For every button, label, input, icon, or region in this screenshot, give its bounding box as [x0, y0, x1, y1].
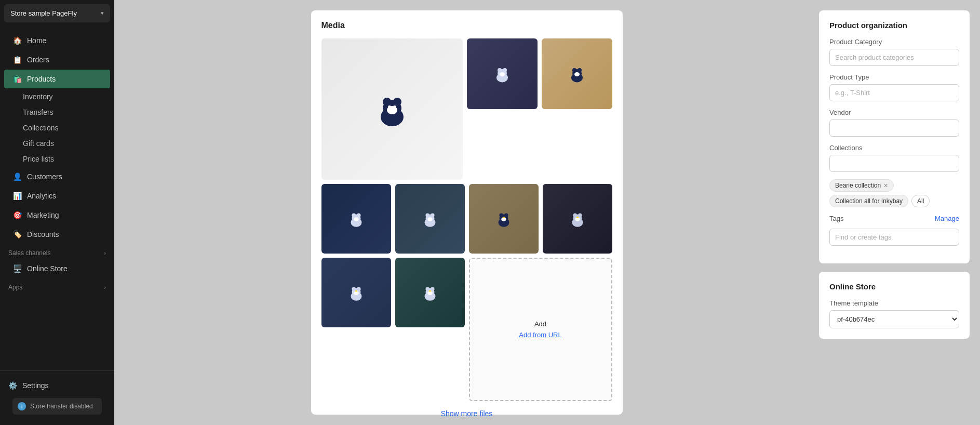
sidebar-label-online-store: Online Store — [27, 264, 68, 273]
sidebar-item-orders[interactable]: 📋 Orders — [4, 50, 110, 69]
bear-svg-4 — [346, 209, 366, 229]
tags-input[interactable] — [829, 229, 959, 246]
svg-point-47 — [356, 290, 357, 291]
svg-point-51 — [430, 287, 434, 291]
tag-bearie-remove[interactable]: ✕ — [883, 182, 888, 189]
svg-point-3 — [393, 98, 401, 106]
sidebar-sub-gift-cards[interactable]: Gift cards — [23, 136, 114, 151]
apps-header[interactable]: Apps › — [0, 278, 114, 293]
main-content: Media — [114, 0, 980, 425]
sidebar-sub-transfers[interactable]: Transfers — [23, 104, 114, 120]
tag-inkybay: Collection all for Inkybay — [829, 195, 908, 207]
media-panel: Media — [311, 10, 623, 415]
theme-template-select[interactable]: pf-40b674ec — [829, 310, 959, 328]
sidebar-sub-price-lists[interactable]: Price lists — [23, 151, 114, 167]
add-button[interactable]: Add — [534, 320, 546, 328]
add-media-box[interactable]: Add Add from URL — [469, 258, 612, 401]
media-image-1[interactable] — [321, 38, 463, 180]
svg-point-5 — [388, 105, 391, 109]
collections-tags: Bearie collection ✕ Collection all for I… — [829, 179, 959, 207]
svg-point-31 — [501, 217, 506, 221]
sales-channels-chevron: › — [104, 250, 106, 256]
sidebar-item-customers[interactable]: 👤 Customers — [4, 167, 110, 186]
media-section: Media — [125, 10, 809, 415]
theme-template-label: Theme template — [829, 299, 959, 307]
transfer-icon: i — [18, 402, 26, 410]
bear-svg-1 — [371, 88, 413, 130]
svg-point-10 — [503, 68, 507, 72]
product-organization-card: Product organization Product Category Pr… — [819, 10, 970, 263]
svg-point-38 — [575, 217, 580, 221]
media-image-9[interactable] — [395, 258, 465, 327]
svg-point-40 — [577, 217, 578, 218]
collections-label: Collections — [829, 144, 959, 152]
svg-point-25 — [430, 214, 434, 218]
apps-label: Apps — [8, 284, 22, 291]
sidebar-item-products[interactable]: 🛍️ Products — [4, 70, 110, 88]
apps-chevron: › — [104, 284, 106, 290]
discounts-icon: 🏷️ — [12, 230, 22, 239]
sidebar-sub-collections[interactable]: Collections — [23, 120, 114, 136]
add-from-url-link[interactable]: Add from URL — [519, 331, 561, 339]
svg-point-14 — [572, 68, 576, 72]
settings-item[interactable]: ⚙️ Settings — [8, 377, 106, 394]
online-store-title: Online Store — [829, 282, 959, 291]
manage-tags-link[interactable]: Manage — [935, 215, 959, 222]
media-image-4[interactable] — [321, 184, 391, 254]
svg-point-50 — [425, 287, 429, 291]
sidebar: Store sample PageFly ▾ 🏠 Home 📋 Orders 🛍… — [0, 0, 114, 425]
online-store-card: Online Store Theme template pf-40b674ec — [819, 272, 970, 339]
store-selector[interactable]: Store sample PageFly ▾ — [4, 4, 110, 22]
media-title: Media — [321, 21, 612, 30]
sidebar-label-products: Products — [27, 75, 56, 83]
transfer-text: Store transfer disabled — [30, 403, 93, 410]
media-image-7[interactable] — [543, 184, 612, 254]
svg-point-21 — [354, 217, 359, 221]
sidebar-label-marketing: Marketing — [27, 211, 59, 219]
sidebar-label-analytics: Analytics — [27, 192, 56, 200]
svg-point-30 — [504, 214, 508, 218]
svg-point-43 — [352, 287, 356, 291]
category-label: Product Category — [829, 38, 959, 46]
tag-bearie: Bearie collection ✕ — [829, 179, 894, 192]
tags-header: Tags Manage — [829, 215, 959, 222]
show-more-files[interactable]: Show more files — [321, 409, 612, 418]
media-image-6[interactable] — [469, 184, 539, 254]
svg-point-33 — [503, 217, 504, 218]
svg-point-2 — [383, 98, 391, 106]
collections-input[interactable] — [829, 155, 959, 172]
tag-all-label: All — [917, 197, 924, 205]
svg-point-19 — [352, 214, 356, 218]
sidebar-item-marketing[interactable]: 🎯 Marketing — [4, 206, 110, 224]
tag-all: All — [911, 195, 930, 207]
sidebar-item-home[interactable]: 🏠 Home — [4, 31, 110, 50]
category-input[interactable] — [829, 49, 959, 66]
svg-point-44 — [356, 287, 360, 291]
sidebar-item-discounts[interactable]: 🏷️ Discounts — [4, 225, 110, 244]
sales-channels-header[interactable]: Sales channels › — [0, 244, 114, 259]
vendor-input[interactable]: Store sample PageFly — [829, 119, 959, 137]
svg-point-36 — [573, 214, 577, 218]
svg-point-24 — [425, 214, 429, 218]
svg-point-29 — [499, 214, 503, 218]
media-image-8[interactable] — [321, 258, 391, 327]
product-type-input[interactable] — [829, 84, 959, 101]
svg-point-20 — [356, 214, 360, 218]
store-name: Store sample PageFly — [10, 9, 77, 17]
sidebar-item-online-store[interactable]: 🖥️ Online Store — [4, 259, 110, 278]
media-image-2[interactable] — [467, 38, 538, 109]
settings-icon: ⚙️ — [8, 381, 17, 390]
orders-icon: 📋 — [12, 55, 22, 64]
transfer-notice: i Store transfer disabled — [12, 398, 102, 415]
bear-svg-2 — [492, 63, 513, 84]
sidebar-footer: ⚙️ Settings i Store transfer disabled — [0, 370, 114, 425]
sidebar-sub-inventory[interactable]: Inventory — [23, 89, 114, 104]
bear-svg-9 — [420, 283, 440, 302]
media-image-5[interactable] — [395, 184, 465, 254]
tags-label: Tags — [829, 215, 843, 222]
bear-svg-7 — [568, 209, 587, 229]
sidebar-item-analytics[interactable]: 📊 Analytics — [4, 187, 110, 205]
sidebar-label-discounts: Discounts — [27, 230, 59, 238]
media-image-3[interactable] — [542, 38, 612, 109]
svg-point-37 — [578, 214, 582, 218]
